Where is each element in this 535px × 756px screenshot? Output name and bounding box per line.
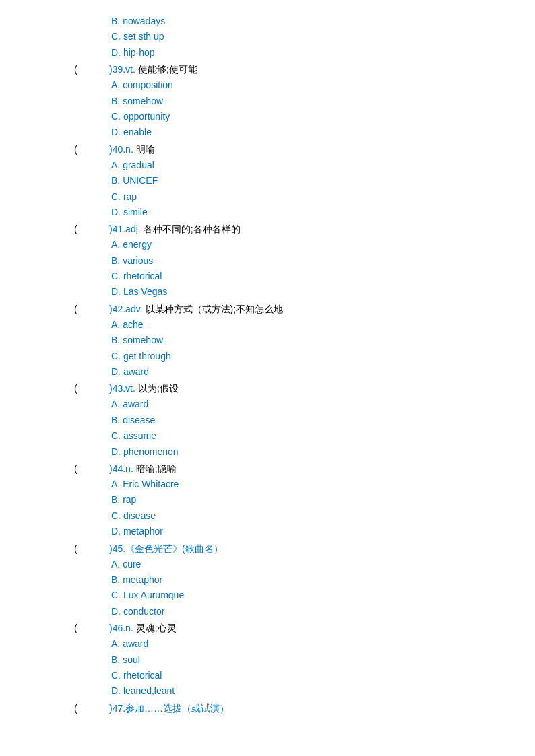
answer-blank: [88, 623, 108, 633]
option-label: D.: [111, 207, 123, 217]
options-list: A. acheB. somehowC. get throughD. award: [111, 317, 535, 380]
question-text: 明喻: [136, 144, 155, 156]
list-item: C. rap: [111, 189, 535, 204]
option-text: gradual: [123, 160, 154, 170]
question-block: ( )43.vt.以为;假设A. awardB. diseaseC. assum…: [74, 383, 535, 459]
paren-left: (: [74, 383, 88, 394]
option-text: cure: [123, 559, 141, 570]
option-text: composition: [123, 79, 173, 90]
option-label: B.: [111, 96, 123, 106]
list-item: B. nowadays: [111, 13, 535, 28]
question-block: ( )45.《金色光芒》(歌曲名）A. cureB. metaphorC. Lu…: [74, 543, 535, 619]
options-list: A. awardB. soulC. rhetoricalD. leaned,le…: [111, 636, 535, 699]
question-text: 以为;假设: [138, 383, 179, 395]
list-item: B. somehow: [111, 94, 535, 108]
list-item: C. set sth up: [111, 29, 535, 44]
list-item: B. rap: [111, 492, 535, 507]
question-block: ( )39.vt.使能够;使可能A. compositionB. somehow…: [74, 64, 535, 140]
question-label: )46.n.: [109, 623, 133, 633]
option-text: assume: [123, 430, 156, 441]
option-text: rhetorical: [123, 271, 162, 281]
list-item: D. award: [111, 364, 535, 379]
question-text: 暗喻;隐喻: [136, 463, 177, 475]
option-label: B.: [111, 494, 123, 505]
options-list: A. awardB. diseaseC. assumeD. phenomenon: [111, 397, 535, 459]
question-header: ( )46.n.灵魂;心灵: [74, 623, 535, 635]
list-item: A. award: [111, 636, 535, 651]
option-label: A.: [111, 399, 123, 409]
list-item: B. UNICEF: [111, 173, 535, 188]
option-text: award: [123, 366, 149, 377]
option-text: soul: [123, 654, 140, 665]
option-label: A.: [111, 559, 123, 570]
question-text: 各种不同的;各种各样的: [144, 224, 241, 236]
option-label: C.: [111, 271, 123, 281]
option-text: metaphor: [123, 526, 163, 537]
option-label: B.: [111, 415, 123, 425]
question-text: 使能够;使可能: [138, 64, 197, 76]
option-text: Lux Aurumque: [123, 590, 184, 600]
options-list: A. gradualB. UNICEFC. rapD. simile: [111, 158, 535, 220]
paren-left: (: [74, 64, 88, 75]
option-text: rhetorical: [123, 670, 162, 681]
option-text: Eric Whitacre: [123, 479, 179, 489]
option-label: B.: [111, 255, 123, 266]
list-item: C. assume: [111, 428, 535, 443]
option-text: rap: [123, 494, 136, 505]
option-text: get through: [123, 351, 171, 362]
option-text: leaned,leant: [123, 685, 175, 696]
question-label: )45.《金色光芒》(歌曲名）: [109, 543, 223, 555]
question-header: ( )40.n.明喻: [74, 144, 535, 156]
list-item: D. metaphor: [111, 524, 535, 539]
question-text: 灵魂;心灵: [136, 623, 177, 635]
option-label: D.: [111, 286, 123, 297]
option-text: ache: [123, 319, 143, 330]
option-label: A.: [111, 479, 123, 489]
option-text: rap: [123, 191, 137, 202]
option-text: somehow: [123, 335, 163, 345]
question-header: ( )39.vt.使能够;使可能: [74, 64, 535, 76]
paren-left: (: [74, 703, 88, 714]
question-block: ( )46.n.灵魂;心灵A. awardB. soulC. rhetorica…: [74, 623, 535, 699]
option-text: simile: [123, 207, 148, 217]
list-item: B. various: [111, 253, 535, 268]
option-label: C.: [111, 351, 123, 362]
question-block: ( )47.参加……选拔（或试演）: [74, 703, 535, 715]
list-item: D. conductor: [111, 604, 535, 619]
paren-left: (: [74, 623, 88, 633]
paren-left: (: [74, 144, 88, 155]
question-header: ( )43.vt.以为;假设: [74, 383, 535, 395]
option-text: UNICEF: [123, 175, 158, 186]
options-list: A. energyB. variousC. rhetoricalD. Las V…: [111, 237, 535, 300]
list-item: B. somehow: [111, 333, 535, 347]
list-item: D. enable: [111, 125, 535, 139]
option-text: nowadays: [123, 15, 165, 26]
option-label: B.: [111, 15, 120, 26]
question-header: ( )45.《金色光芒》(歌曲名）: [74, 543, 535, 555]
option-text: award: [123, 638, 148, 649]
option-label: C.: [111, 670, 123, 681]
paren-left: (: [74, 224, 88, 234]
question-block: ( )41.adj.各种不同的;各种各样的A. energyB. various…: [74, 224, 535, 300]
paren-left: (: [74, 543, 88, 554]
main-content: B. nowadays C. set sth up D. hip-hop ( )…: [0, 13, 535, 715]
option-label: D.: [111, 606, 123, 617]
list-item: B. metaphor: [111, 572, 535, 587]
question-header: ( )44.n.暗喻;隐喻: [74, 463, 535, 475]
option-text: enable: [123, 127, 152, 137]
option-label: D.: [111, 446, 123, 457]
option-label: D.: [111, 526, 123, 537]
question-label: )41.adj.: [109, 224, 141, 234]
option-label: C.: [111, 510, 123, 521]
list-item: A. ache: [111, 317, 535, 332]
option-label: A.: [111, 239, 123, 250]
option-label: D.: [111, 47, 121, 58]
answer-blank: [88, 64, 108, 75]
list-item: C. get through: [111, 349, 535, 364]
option-label: A.: [111, 79, 123, 90]
list-item: D. Las Vegas: [111, 284, 535, 299]
question-header: ( )47.参加……选拔（或试演）: [74, 703, 535, 715]
option-label: D.: [111, 366, 123, 377]
list-item: B. disease: [111, 413, 535, 427]
answer-blank: [88, 304, 108, 314]
